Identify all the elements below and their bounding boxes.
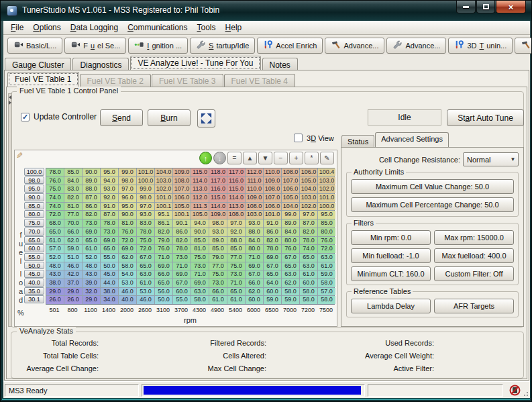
ve-cell[interactable]: 42.0 — [64, 270, 82, 279]
ve-cell[interactable]: 101.0 — [264, 211, 281, 219]
ve-row-header[interactable]: 45.0 — [24, 270, 44, 278]
ve-row-header[interactable]: 50.0 — [24, 262, 44, 270]
ve-cell[interactable]: 109.0 — [264, 177, 281, 185]
ve-cell[interactable]: 103.0 — [155, 177, 172, 185]
tab-gauge-cluster[interactable]: Gauge Cluster — [5, 58, 71, 70]
title-bar[interactable]: TunerStudio MS v1.061 - MS3 Registered t… — [1, 1, 531, 21]
ve-cell[interactable]: 61.0 — [46, 237, 64, 245]
ve-cell[interactable]: 67.0 — [137, 254, 154, 262]
increase-icon[interactable]: ▲ — [243, 152, 257, 164]
button-maximum-cell-value-change-50-0[interactable]: Maximum Cell Value Change: 50.0 — [351, 179, 514, 194]
splitter-right-arrow-icon[interactable] — [9, 101, 11, 105]
ve-cell[interactable]: 63.0 — [137, 270, 154, 279]
expand-table-button[interactable] — [197, 109, 215, 128]
ve-cell[interactable]: 55.0 — [101, 254, 118, 262]
ve-cell[interactable]: 88.0 — [227, 237, 245, 245]
ve-cell[interactable]: 93.0 — [137, 211, 154, 219]
ve-cell[interactable]: 106.0 — [264, 203, 281, 211]
ve-cell[interactable]: 67.0 — [173, 279, 191, 287]
ve-cell[interactable]: 92.0 — [227, 228, 245, 236]
ve-cell[interactable]: 50.0 — [155, 296, 172, 304]
toolbar-button-accel-enrich-4[interactable]: Accel Enrich — [257, 38, 323, 54]
ve-cell[interactable]: 65.0 — [282, 262, 299, 270]
ve-cell[interactable]: 59.0 — [264, 296, 281, 304]
ve-cell[interactable]: 97.0 — [119, 185, 136, 193]
ve-cell[interactable]: 78.0 — [137, 228, 154, 236]
ve-cell[interactable]: 57.0 — [318, 288, 335, 296]
ve-cell[interactable]: 110.0 — [264, 168, 281, 177]
ve-cell[interactable]: 82.0 — [155, 228, 172, 236]
ve-cell[interactable]: 38.0 — [46, 279, 64, 287]
ve-cell[interactable]: 43.0 — [46, 270, 64, 279]
ve-cell[interactable]: 98.0 — [209, 219, 227, 228]
ve-cell[interactable]: 74.0 — [300, 245, 317, 253]
ve-cell[interactable]: 101.0 — [137, 168, 154, 177]
equals-icon[interactable]: = — [227, 152, 242, 164]
ve-cell[interactable]: 69.0 — [155, 262, 172, 270]
ve-cell[interactable]: 77.0 — [64, 211, 82, 219]
ve-cell[interactable]: 100.1 — [155, 203, 172, 211]
ve-cell[interactable]: 102.0 — [300, 203, 317, 211]
ve-cell[interactable]: 95.0 — [318, 211, 335, 219]
ve-row-header[interactable]: 55.0 — [24, 253, 44, 261]
ve-cell[interactable]: 114.0 — [209, 203, 227, 211]
button-afr-targets[interactable]: AFR Targets — [434, 299, 514, 313]
menu-data-logging[interactable]: Data Logging — [66, 21, 123, 34]
ve-cell[interactable]: 76.0 — [282, 245, 299, 253]
ve-cell[interactable]: 72.0 — [137, 245, 154, 253]
ve-cell[interactable]: 97.0 — [227, 219, 245, 228]
ve-cell[interactable]: 82.0 — [173, 237, 191, 245]
ve-cell[interactable]: 65.0 — [227, 288, 245, 296]
ve-cell[interactable]: 59.0 — [318, 270, 335, 279]
ve-cell[interactable]: 62.0 — [64, 237, 82, 245]
ve-cell[interactable]: 90.1 — [173, 219, 191, 228]
button-maximum-cell-percentage-change-50-0[interactable]: Maximum Cell Percentage Change: 50.0 — [351, 197, 514, 212]
ve-cell[interactable]: 60.0 — [300, 279, 317, 287]
ve-cell[interactable]: 106.0 — [300, 168, 317, 177]
toolbar-button-advance-5[interactable]: Advance... — [325, 38, 384, 54]
ve-cell[interactable]: 79.0 — [155, 237, 172, 245]
ve-cell[interactable]: 66.0 — [246, 279, 263, 287]
ve-cell[interactable]: 104.0 — [300, 185, 317, 193]
ve-cell[interactable]: 81.0 — [64, 203, 82, 211]
ve-cell[interactable]: 105.0 — [173, 203, 191, 211]
ve-cell[interactable]: 29.0 — [64, 288, 82, 296]
ve-cell[interactable]: 100.1 — [173, 211, 191, 219]
ve-cell[interactable]: 108.0 — [246, 203, 263, 211]
ve-cell[interactable]: 73.0 — [191, 262, 209, 270]
ve-cell[interactable]: 85.0 — [191, 237, 209, 245]
ve-cell[interactable]: 95.0 — [101, 168, 118, 177]
ve-cell[interactable]: 72.0 — [46, 211, 64, 219]
ve-cell[interactable]: 99.0 — [119, 168, 136, 177]
ve-cell[interactable]: 67.0 — [282, 254, 299, 262]
button-custom-filter-off[interactable]: Custom Filter: Off — [434, 266, 514, 281]
ve-cell[interactable]: 88.0 — [83, 185, 100, 193]
ve-cell[interactable]: 110.0 — [246, 185, 263, 193]
ve-cell[interactable]: 53.0 — [119, 279, 136, 287]
ve-cell[interactable]: 103.0 — [246, 211, 263, 219]
button-lambda-delay[interactable]: Lambda Delay — [351, 299, 431, 313]
ve-cell[interactable]: 69.0 — [264, 254, 281, 262]
ve-cell[interactable]: 38.0 — [101, 288, 118, 296]
ve-cell[interactable]: 52.0 — [46, 254, 64, 262]
ve-cell[interactable]: 97.0 — [300, 211, 317, 219]
ve-cell[interactable]: 76.0 — [155, 245, 172, 253]
update-controller-checkbox[interactable]: ✓ Update Controller — [21, 112, 97, 121]
ve-cell[interactable]: 51.0 — [64, 254, 82, 262]
ve-cell[interactable]: 65.0 — [83, 237, 100, 245]
menu-communications[interactable]: Communications — [123, 21, 192, 34]
ve-cell[interactable]: 87.0 — [300, 219, 317, 228]
ve-cell[interactable]: 55.0 — [173, 296, 191, 304]
ve-cell[interactable]: 69.0 — [246, 262, 263, 270]
ve-cell[interactable]: 81.0 — [119, 219, 136, 228]
ve-cell[interactable]: 99.0 — [137, 185, 154, 193]
ve-cell[interactable]: 70.0 — [64, 219, 82, 228]
ve-cell[interactable]: 109.0 — [173, 168, 191, 177]
ve-cell[interactable]: 61.0 — [227, 296, 245, 304]
ve-cell[interactable]: 87.0 — [101, 211, 118, 219]
ve-row-header[interactable]: 75.0 — [24, 219, 44, 227]
ve-cell[interactable]: 92.0 — [101, 194, 118, 202]
edit-icon[interactable]: ✎ — [320, 152, 334, 164]
ve-cell[interactable]: 108.0 — [282, 168, 299, 177]
ve-cell[interactable]: 108.0 — [264, 185, 281, 193]
